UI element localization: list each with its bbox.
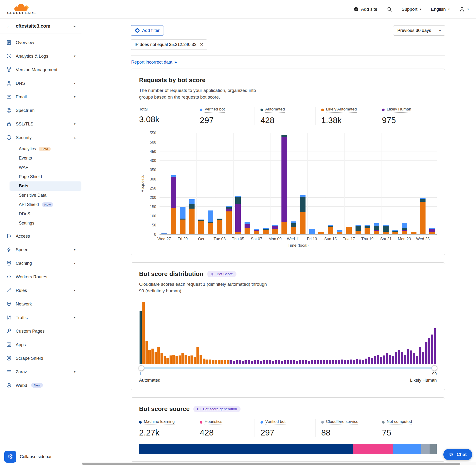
back-arrow-icon[interactable]: ← — [6, 23, 12, 29]
support-menu[interactable]: Support ▾ — [402, 7, 422, 12]
chat-button[interactable]: Chat — [443, 449, 472, 460]
histogram-bar[interactable] — [389, 355, 391, 364]
histogram-bar[interactable] — [278, 360, 280, 364]
collapse-sidebar-button[interactable]: Collapse sidebar — [20, 454, 52, 459]
sidebar-item-security-waf[interactable]: WAF — [0, 163, 82, 172]
histogram-bar[interactable] — [392, 356, 394, 364]
histogram-bar[interactable] — [329, 360, 331, 364]
histogram-bar[interactable] — [233, 361, 235, 364]
sidebar-item-ssl-tls[interactable]: SSL/TLS ▾ — [0, 117, 82, 131]
filter-chip[interactable]: IP does not equal 35.212.240.32 ✕ — [131, 39, 207, 50]
bar[interactable] — [187, 133, 196, 234]
sidebar-item-security[interactable]: Security ▴ — [0, 131, 82, 144]
histogram-bar[interactable] — [350, 359, 352, 364]
histogram-bar[interactable] — [176, 356, 178, 364]
sidebar-item-rules[interactable]: Rules ▾ — [0, 284, 82, 297]
histogram-bar[interactable] — [362, 360, 364, 364]
histogram-bar[interactable] — [413, 353, 415, 364]
histogram-bar[interactable] — [431, 335, 433, 364]
histogram-bar[interactable] — [374, 356, 376, 364]
bar[interactable] — [381, 133, 391, 234]
bot-score-docs-badge[interactable]: Bot Score — [207, 271, 236, 277]
sidebar-item-version-management[interactable]: Version Management — [0, 63, 82, 76]
histogram-bar[interactable] — [332, 360, 334, 364]
source-bar-segment[interactable] — [139, 444, 353, 454]
histogram-bar[interactable] — [244, 360, 247, 364]
stat-label[interactable]: Not computed — [387, 419, 412, 425]
histogram-bar[interactable] — [224, 360, 226, 364]
bar[interactable] — [159, 133, 169, 234]
histogram-bar[interactable] — [221, 360, 223, 364]
language-menu[interactable]: English ▾ — [431, 7, 450, 12]
histogram-bar[interactable] — [281, 361, 283, 364]
stat-label[interactable]: Verified bot — [205, 107, 225, 113]
add-filter-button[interactable]: Add filter — [131, 25, 164, 36]
histogram-bar[interactable] — [284, 360, 286, 364]
histogram-bar[interactable] — [380, 357, 382, 364]
bar[interactable] — [344, 133, 354, 234]
histogram-bar[interactable] — [151, 349, 154, 364]
histogram-bar[interactable] — [164, 356, 166, 364]
add-site-button[interactable]: Add site — [354, 7, 377, 12]
stat-label[interactable]: Verified bot — [265, 419, 286, 425]
stat-label[interactable]: Cloudflare service — [326, 419, 358, 425]
histogram-bar[interactable] — [425, 342, 427, 364]
histogram-bar[interactable] — [275, 360, 277, 364]
histogram-bar[interactable] — [317, 360, 319, 364]
histogram-bar[interactable] — [218, 360, 220, 364]
histogram-bar[interactable] — [194, 357, 196, 364]
histogram-bar[interactable] — [167, 358, 169, 364]
bar[interactable] — [372, 133, 381, 234]
histogram-bar[interactable] — [205, 359, 208, 364]
source-bar-segment[interactable] — [430, 444, 437, 454]
bot-score-generation-badge[interactable]: Bot score generation — [193, 406, 241, 412]
histogram-bar[interactable] — [169, 356, 172, 364]
histogram-bar[interactable] — [203, 359, 205, 364]
sidebar-item-access[interactable]: Access — [0, 229, 82, 243]
histogram-bar[interactable] — [365, 359, 367, 364]
bar[interactable] — [289, 133, 298, 234]
sidebar-item-caching[interactable]: Caching ▾ — [0, 256, 82, 270]
histogram-bar[interactable] — [188, 356, 190, 364]
histogram-bar[interactable] — [196, 347, 199, 364]
stat-label[interactable]: Likely Human — [387, 107, 411, 113]
histogram-bar[interactable] — [200, 355, 202, 364]
histogram-bar[interactable] — [242, 361, 244, 364]
histogram-bar[interactable] — [314, 360, 316, 364]
sidebar-item-traffic[interactable]: Traffic ▾ — [0, 311, 82, 324]
slider-handle-min[interactable] — [138, 365, 144, 371]
histogram-bar[interactable] — [296, 361, 298, 364]
sidebar-item-security-api-shield[interactable]: API Shield New — [0, 200, 82, 209]
histogram-bar[interactable] — [434, 328, 436, 364]
histogram-bar[interactable] — [341, 359, 343, 364]
bar[interactable] — [261, 133, 271, 234]
histogram-bar[interactable] — [254, 360, 256, 364]
horizontal-scrollbar[interactable] — [82, 462, 476, 465]
histogram-bar[interactable] — [181, 353, 184, 364]
sidebar-item-security-bots[interactable]: Bots — [10, 181, 81, 191]
search-button[interactable] — [387, 7, 392, 12]
histogram-bar[interactable] — [347, 360, 349, 364]
histogram-bar[interactable] — [146, 341, 148, 364]
sidebar-item-security-events[interactable]: Events — [0, 154, 82, 163]
histogram-bar[interactable] — [239, 360, 241, 364]
bar[interactable] — [233, 133, 243, 234]
histogram-bar[interactable] — [401, 352, 403, 364]
histogram-bar[interactable] — [353, 360, 355, 364]
bar[interactable] — [307, 133, 317, 234]
histogram-bar[interactable] — [157, 347, 160, 364]
histogram-bar[interactable] — [251, 361, 253, 364]
sidebar-item-custom-pages[interactable]: Custom Pages — [0, 324, 82, 338]
sidebar-item-scrape-shield[interactable]: Scrape Shield — [0, 351, 82, 365]
sidebar-item-security-analytics[interactable]: Analytics Beta — [0, 144, 82, 154]
scrollbar-thumb[interactable] — [82, 463, 460, 465]
bar[interactable] — [335, 133, 344, 234]
bar[interactable] — [326, 133, 335, 234]
sidebar-item-zaraz[interactable]: Zaraz ▾ — [0, 365, 82, 379]
bar[interactable] — [427, 133, 437, 234]
histogram-bar[interactable] — [320, 360, 322, 364]
histogram-bar[interactable] — [377, 355, 379, 364]
histogram-bar[interactable] — [190, 356, 193, 364]
bar[interactable] — [418, 133, 427, 234]
histogram-bar[interactable] — [371, 358, 373, 364]
